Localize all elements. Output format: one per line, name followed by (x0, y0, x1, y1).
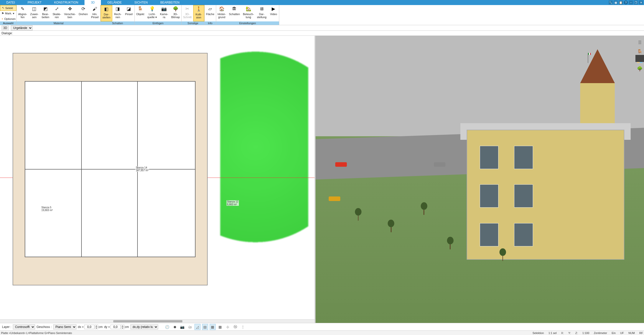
window-minimize-icon[interactable]: − (629, 1, 633, 5)
geschoss-label: Geschoss : (37, 325, 52, 329)
menu-icon[interactable]: ⋮ (240, 324, 246, 330)
status-ein: Ein (612, 331, 616, 334)
menu-tab-sichten[interactable]: SICHTEN (128, 0, 154, 5)
status-scale: 1:100 (582, 331, 590, 334)
brush-icon: 🖌 (92, 6, 98, 12)
ribbon-group-sonstige: ✂3D-Schnitt 🚶Kolli-sion Sonstige (182, 5, 205, 25)
axes-icon[interactable]: ⊹ (225, 324, 231, 330)
mark-tool[interactable]: ⚑ Mark. ▾ (0, 11, 16, 16)
clipboard-icon[interactable]: 📋 (619, 1, 623, 5)
render-tree (421, 202, 427, 215)
schatten-settings-button[interactable]: 🏚Schatten (228, 5, 241, 21)
dx-unit: cm (99, 325, 103, 329)
grid2-icon[interactable]: ▦ (210, 324, 216, 330)
render-tree (447, 237, 454, 249)
bearbeiten-button[interactable]: ◩Bear-beiten (40, 5, 51, 21)
titlebar-system-icons: 🔧 ▦ 📋 ? − ❐ ✕ (608, 0, 644, 5)
window-restore-icon[interactable]: ❐ (634, 1, 638, 5)
dx-input[interactable] (84, 325, 94, 329)
dy-input[interactable] (110, 325, 121, 329)
render-tree (499, 248, 506, 261)
render-canvas[interactable] (316, 36, 644, 323)
bulb-icon: 💡 (149, 6, 155, 12)
cube-brush-icon: ◪ (126, 6, 132, 12)
render-pane[interactable]: ≣ 🪑 🌳 (316, 36, 644, 323)
verschieben-button[interactable]: ✥Verschie-ben (63, 5, 77, 21)
layers-icon[interactable]: ≣ (636, 39, 643, 46)
zuweisen-button[interactable]: ◫Zuwei-sen (29, 5, 40, 21)
group-label-auswahl: Auswahl (0, 21, 16, 25)
kollision-button[interactable]: 🚶Kolli-sion (193, 5, 204, 21)
floorplan-pane[interactable]: Stanza 14 147,857 m² Stanza 5 19,803 m² … (0, 36, 316, 323)
grid1-icon[interactable]: ▤ (202, 324, 208, 330)
beleuchtung-button[interactable]: 🏡Beleuch-tung (241, 5, 255, 21)
status-x: X: (561, 331, 564, 334)
coord-mode-select[interactable]: dx,dy (relativ ka (130, 324, 158, 329)
window-close-icon[interactable]: ✕ (639, 1, 643, 5)
dy-input-group: dy = ▲▼ cm (104, 325, 129, 329)
options-tool[interactable]: ＋ Optionen (0, 16, 16, 21)
floorplan-hscrollbar[interactable] (0, 319, 315, 323)
clock-icon[interactable]: 🕘 (164, 324, 170, 330)
terrain-select[interactable]: Urgelände (11, 25, 33, 30)
wrench-icon[interactable]: 🔧 (609, 1, 613, 5)
north-icon[interactable]: Ⓝ (232, 324, 238, 330)
play-icon: ▶ (270, 6, 276, 12)
plant-icon[interactable]: 🌳 (636, 65, 643, 72)
drehen-button[interactable]: ⟳Drehen (77, 5, 89, 21)
render-flagpole (588, 53, 588, 63)
view-mode-chip[interactable]: 3D (2, 26, 9, 30)
schnitt-button[interactable]: ✂3D-Schnitt (182, 5, 193, 21)
stack-icon[interactable]: 🗂 (187, 324, 193, 330)
ribbon-group-einfuegen: 🪑Objekt 💡Licht-quelle ▾ 📷Kame-ra 🌳3D-Bit… (135, 5, 182, 25)
flaeche-button[interactable]: ▱Fläche (205, 5, 216, 21)
dy-unit: cm (125, 325, 129, 329)
furniture-icon[interactable]: 🪑 (636, 48, 643, 55)
rechnen-button[interactable]: ◨Rech-nen (112, 5, 123, 21)
lichtquelle-button[interactable]: 💡Licht-quelle ▾ (146, 5, 158, 21)
grid3-icon[interactable]: ▩ (217, 324, 223, 330)
mark-label: Mark. ▾ (5, 12, 14, 15)
menu-tab-projekt[interactable]: PROJEKT (21, 0, 48, 5)
house-bg-icon: 🏠 (219, 6, 225, 12)
layer-select[interactable]: Controsoffi (13, 324, 35, 329)
hinpinsel-button[interactable]: 🖌Hin.Pinsel (89, 5, 100, 21)
pinsel-button[interactable]: ◪Pinsel (123, 5, 134, 21)
record-icon[interactable]: ⏺ (172, 324, 178, 330)
skalieren-button[interactable]: ⤢Skalie-ren (51, 5, 63, 21)
area-icon: ▱ (207, 6, 213, 12)
move-icon: ✥ (67, 6, 73, 12)
geschoss-select[interactable]: Piano Semi (53, 324, 76, 329)
bitmap-button[interactable]: 🌳3D-Bitmap (170, 5, 181, 21)
video-button[interactable]: ▶Video (268, 5, 279, 21)
menu-tab-konstruktion[interactable]: KONSTRUKTION (48, 0, 85, 5)
floorplan-canvas[interactable]: Stanza 14 147,857 m² Stanza 5 19,803 m² … (0, 36, 315, 319)
select-tool[interactable]: ↖ Selekt (0, 5, 16, 11)
darstellen-button[interactable]: ◧Dar-stellen (101, 5, 112, 21)
house-light-icon: 🏡 (245, 6, 251, 12)
abgreifen-button[interactable]: ✎Abgrei-fen (17, 5, 29, 21)
slope-icon[interactable]: ◿ (194, 324, 201, 330)
camera-tool-icon[interactable]: 📷 (179, 324, 185, 330)
dy-spin-up[interactable]: ▲ (121, 325, 124, 327)
menu-tab-datei[interactable]: DATEI (0, 0, 21, 5)
hscroll-thumb[interactable] (113, 320, 182, 322)
dx-spin-down[interactable]: ▼ (95, 327, 98, 329)
dx-spin-up[interactable]: ▲ (95, 325, 98, 327)
render-car-grey (434, 162, 445, 167)
kamera-button[interactable]: 📷Kame-ra (158, 5, 170, 21)
objekt-button[interactable]: 🪑Objekt (135, 5, 146, 21)
help-icon[interactable]: ? (624, 1, 628, 5)
hintergrund-button[interactable]: 🏠Hinter-grund (216, 5, 228, 21)
darstellung-button[interactable]: 🖥Dar-stellung (255, 5, 268, 21)
menu-tab-bearbeiten[interactable]: BEARBEITEN (154, 0, 186, 5)
menu-tab-gelaende[interactable]: GELÄNDE (101, 0, 128, 5)
menu-tab-3d[interactable]: 3D (85, 0, 101, 5)
palette-drag-handle[interactable] (635, 55, 644, 62)
assign-icon: ◫ (31, 6, 37, 12)
box-icon[interactable]: ▦ (614, 1, 618, 5)
status-num: NUM (628, 331, 635, 334)
room-label-12: Stanza 12 8,663 m² (227, 200, 239, 206)
dy-spin-down[interactable]: ▼ (121, 327, 124, 329)
flag-icon: ⚑ (1, 12, 5, 15)
